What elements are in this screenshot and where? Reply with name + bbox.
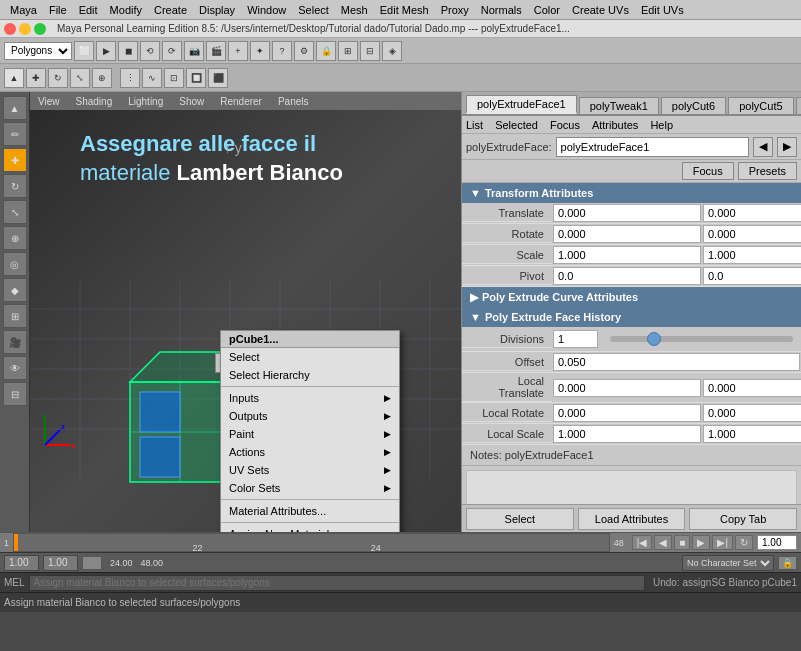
menu-create-uvs[interactable]: Create UVs — [566, 4, 635, 16]
notes-field[interactable] — [466, 470, 797, 504]
tab-view[interactable]: View — [34, 96, 64, 107]
ctx-uv-sets[interactable]: UV Sets▶ — [221, 461, 399, 479]
status-icon-2[interactable]: 🔒 — [778, 556, 797, 570]
menu-modify[interactable]: Modify — [104, 4, 148, 16]
view-tool[interactable]: 👁 — [3, 356, 27, 380]
toolbar-icon-15[interactable]: ◈ — [382, 41, 402, 61]
tool-rotate[interactable]: ↻ — [48, 68, 68, 88]
rotate-tool[interactable]: ↻ — [3, 174, 27, 198]
ctx-color-sets[interactable]: Color Sets▶ — [221, 479, 399, 497]
play-forward[interactable]: ▶ — [692, 535, 710, 550]
tab-more[interactable]: ▼ — [796, 97, 801, 114]
tool-ipr[interactable]: ⬛ — [208, 68, 228, 88]
presets-button[interactable]: Presets — [738, 162, 797, 180]
tool-snap-point[interactable]: ⊡ — [164, 68, 184, 88]
obj-name-prev[interactable]: ◀ — [753, 137, 773, 157]
maximize-button[interactable] — [34, 23, 46, 35]
menu-edit-mesh[interactable]: Edit Mesh — [374, 4, 435, 16]
copy-tab-btn[interactable]: Copy Tab — [689, 508, 797, 530]
tab-panels[interactable]: Panels — [274, 96, 313, 107]
menu-color[interactable]: Color — [528, 4, 566, 16]
menu-display[interactable]: Display — [193, 4, 241, 16]
tab-renderer[interactable]: Renderer — [216, 96, 266, 107]
divisions-slider[interactable] — [610, 336, 793, 342]
toolbar-icon-12[interactable]: 🔒 — [316, 41, 336, 61]
toolbar-icon-5[interactable]: ⟳ — [162, 41, 182, 61]
ctx-material-attrs[interactable]: Material Attributes... — [221, 502, 399, 520]
paint-tool[interactable]: ✏ — [3, 122, 27, 146]
ctx-actions[interactable]: Actions▶ — [221, 443, 399, 461]
close-button[interactable] — [4, 23, 16, 35]
select-bottom-btn[interactable]: Select — [466, 508, 574, 530]
menu-window[interactable]: Window — [241, 4, 292, 16]
toolbar-icon-11[interactable]: ⚙ — [294, 41, 314, 61]
polygon-mode-dropdown[interactable]: Polygons — [4, 42, 72, 60]
attr-menu-selected[interactable]: Selected — [495, 119, 538, 131]
tool-render[interactable]: 🔲 — [186, 68, 206, 88]
tool-snap-curve[interactable]: ∿ — [142, 68, 162, 88]
sculpt-tool[interactable]: ◆ — [3, 278, 27, 302]
ctx-select-hierarchy[interactable]: Select Hierarchy — [221, 366, 399, 384]
tab-poly-extrude-face1[interactable]: polyExtrudeFace1 — [466, 95, 577, 114]
rotate-y[interactable] — [703, 225, 801, 243]
toolbar-icon-8[interactable]: + — [228, 41, 248, 61]
toolbar-icon-7[interactable]: 🎬 — [206, 41, 226, 61]
tool-scale[interactable]: ⤡ — [70, 68, 90, 88]
play-prev-key[interactable]: |◀ — [632, 535, 653, 550]
local-scale-y[interactable] — [703, 425, 801, 443]
play-prev[interactable]: ◀ — [654, 535, 672, 550]
local-rotate-x[interactable] — [553, 404, 701, 422]
menu-edit-uvs[interactable]: Edit UVs — [635, 4, 690, 16]
attr-menu-attributes[interactable]: Attributes — [592, 119, 638, 131]
ctx-outputs[interactable]: Outputs▶ — [221, 407, 399, 425]
snap-tool[interactable]: ⊟ — [3, 382, 27, 406]
scale-y[interactable] — [703, 246, 801, 264]
divisions-input[interactable] — [553, 330, 598, 348]
status-field-1[interactable] — [4, 555, 39, 571]
menu-create[interactable]: Create — [148, 4, 193, 16]
tool-select[interactable]: ▲ — [4, 68, 24, 88]
object-name-input[interactable] — [556, 137, 749, 157]
tool-universal[interactable]: ⊕ — [92, 68, 112, 88]
move-tool[interactable]: ✚ — [3, 148, 27, 172]
toolbar-icon-13[interactable]: ⊞ — [338, 41, 358, 61]
tab-poly-cut5[interactable]: polyCut5 — [728, 97, 793, 114]
toolbar-icon-4[interactable]: ⟲ — [140, 41, 160, 61]
attr-menu-list[interactable]: List — [466, 119, 483, 131]
rotate-x[interactable] — [553, 225, 701, 243]
menu-edit[interactable]: Edit — [73, 4, 104, 16]
minimize-button[interactable] — [19, 23, 31, 35]
play-stop[interactable]: ■ — [674, 535, 690, 550]
toolbar-icon-9[interactable]: ✦ — [250, 41, 270, 61]
tab-poly-cut6[interactable]: polyCut6 — [661, 97, 726, 114]
toolbar-icon-1[interactable]: ⬜ — [74, 41, 94, 61]
timeline-bar[interactable]: 22 24 — [13, 533, 610, 552]
menu-mesh[interactable]: Mesh — [335, 4, 374, 16]
transform-section-header[interactable]: ▼ Transform Attributes — [462, 183, 801, 203]
scale-x[interactable] — [553, 246, 701, 264]
attr-menu-focus[interactable]: Focus — [550, 119, 580, 131]
toolbar-icon-6[interactable]: 📷 — [184, 41, 204, 61]
play-next-key[interactable]: ▶| — [712, 535, 733, 550]
current-frame-display[interactable]: 1.00 — [757, 535, 797, 550]
menu-file[interactable]: File — [43, 4, 73, 16]
ctx-select[interactable]: Select — [221, 348, 399, 366]
toolbar-icon-10[interactable]: ? — [272, 41, 292, 61]
load-attributes-btn[interactable]: Load Attributes — [578, 508, 686, 530]
toolbar-icon-14[interactable]: ⊟ — [360, 41, 380, 61]
pivot-y[interactable] — [703, 267, 801, 285]
attr-menu-help[interactable]: Help — [650, 119, 673, 131]
offset-input[interactable] — [553, 353, 800, 371]
ctx-inputs[interactable]: Inputs▶ — [221, 389, 399, 407]
universal-tool[interactable]: ⊕ — [3, 226, 27, 250]
local-translate-x[interactable] — [553, 379, 701, 397]
ctx-paint[interactable]: Paint▶ — [221, 425, 399, 443]
timeline-cursor[interactable] — [14, 534, 18, 551]
tab-shading[interactable]: Shading — [72, 96, 117, 107]
curve-section-header[interactable]: ▶ Poly Extrude Curve Attributes — [462, 287, 801, 307]
toolbar-icon-2[interactable]: ▶ — [96, 41, 116, 61]
tool-move[interactable]: ✚ — [26, 68, 46, 88]
local-rotate-y[interactable] — [703, 404, 801, 422]
tab-poly-tweak1[interactable]: polyTweak1 — [579, 97, 659, 114]
soft-tool[interactable]: ◎ — [3, 252, 27, 276]
